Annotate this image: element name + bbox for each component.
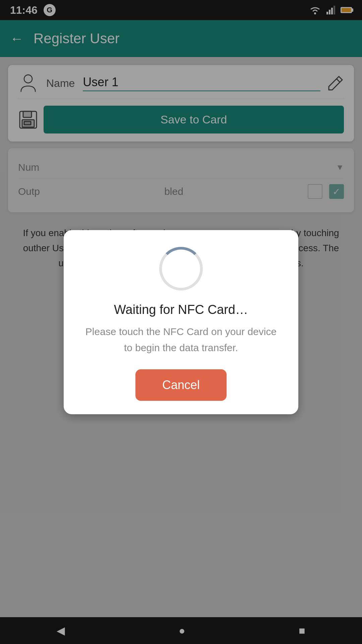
cancel-button[interactable]: Cancel <box>135 369 227 401</box>
dialog-title: Waiting for NFC Card… <box>114 303 248 317</box>
dialog-message: Please touch the NFC Card on your device… <box>80 324 282 356</box>
loading-spinner <box>159 247 203 290</box>
nfc-dialog: Waiting for NFC Card… Please touch the N… <box>64 230 298 414</box>
dialog-overlay: Waiting for NFC Card… Please touch the N… <box>0 0 362 644</box>
